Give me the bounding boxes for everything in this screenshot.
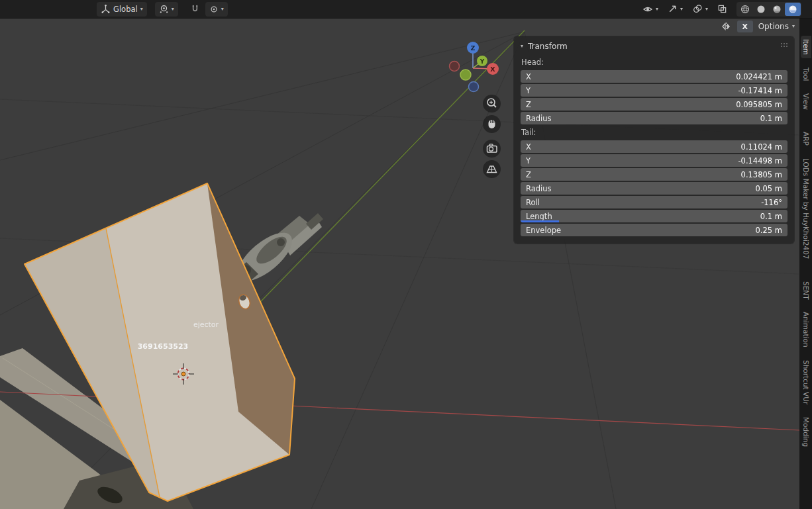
field-head-y[interactable]: Y -0.17414 m xyxy=(521,84,787,97)
chevron-down-icon: ▾ xyxy=(656,7,658,12)
tool-settings-row: X Options ▾ xyxy=(721,21,795,32)
field-value: 0.1 m xyxy=(760,212,782,221)
viewport-shading-group xyxy=(736,2,801,17)
field-tail-x[interactable]: X 0.11024 m xyxy=(521,140,787,153)
bone-id-label: 3691653523 xyxy=(138,342,189,351)
svg-text:Y: Y xyxy=(480,58,485,65)
field-value: 0.095805 m xyxy=(736,100,782,109)
panel-title: Transform xyxy=(528,42,568,51)
transform-orientation-dropdown[interactable]: Global ▾ xyxy=(97,2,147,17)
field-value: -0.14498 m xyxy=(738,156,782,165)
transform-panel: ▾ Transform Head: X 0.024421 m Y -0.1741… xyxy=(514,36,794,244)
field-roll[interactable]: Roll -116° xyxy=(521,196,787,208)
field-head-z[interactable]: Z 0.095805 m xyxy=(521,98,787,111)
xray-icon xyxy=(717,4,727,14)
tab-view[interactable]: View xyxy=(801,90,811,113)
toggle-xray-button[interactable] xyxy=(713,2,731,17)
gizmo-y-ball[interactable]: Y xyxy=(477,56,487,66)
field-value: -0.17414 m xyxy=(738,86,782,95)
sidebar-tab-strip: Item Tool View ARP LODs Maker by HuyKhoi… xyxy=(799,19,812,509)
field-label: X xyxy=(526,72,531,81)
zoom-button[interactable] xyxy=(483,95,501,113)
tab-shortcut-vur[interactable]: Shortcut VUr xyxy=(801,357,811,408)
field-label: X xyxy=(526,142,531,152)
gizmo-z-ball[interactable]: Z xyxy=(467,42,479,54)
pan-button[interactable] xyxy=(483,115,501,133)
shading-rendered-button[interactable] xyxy=(785,3,801,16)
chevron-down-icon: ▾ xyxy=(172,7,174,12)
shading-material-button[interactable] xyxy=(769,3,785,16)
field-tail-z[interactable]: Z 0.13805 m xyxy=(521,168,787,181)
head-section-heading: Head: xyxy=(514,56,794,70)
gizmo-neg-y-ball[interactable] xyxy=(460,69,471,80)
field-value: 0.13805 m xyxy=(741,170,782,179)
field-label: Roll xyxy=(526,198,540,207)
x-mirror-label: X xyxy=(742,23,747,31)
wireframe-sphere-icon xyxy=(740,4,750,15)
tab-sent[interactable]: SENT xyxy=(801,278,811,303)
snap-target-icon xyxy=(209,5,219,14)
field-head-radius[interactable]: Radius 0.1 m xyxy=(521,112,787,124)
field-envelope[interactable]: Envelope 0.25 m xyxy=(521,224,787,236)
chevron-down-icon: ▾ xyxy=(705,7,708,12)
material-sphere-icon xyxy=(772,4,782,15)
bone-name-label: ejector xyxy=(193,320,219,329)
grid-perspective-icon xyxy=(483,160,501,178)
field-tail-y[interactable]: Y -0.14498 m xyxy=(521,154,787,167)
magnifier-icon xyxy=(483,95,501,113)
gizmo-neg-x-ball[interactable] xyxy=(450,62,460,71)
mirror-icon[interactable] xyxy=(721,21,732,32)
svg-text:X: X xyxy=(490,66,495,73)
x-axis-mirror-toggle[interactable]: X xyxy=(737,21,753,32)
field-tail-radius[interactable]: Radius 0.05 m xyxy=(521,182,787,195)
field-value: 0.024421 m xyxy=(736,72,782,81)
navigation-gizmo[interactable]: Z Y X xyxy=(445,38,502,95)
tab-animation[interactable]: Animation xyxy=(801,308,811,351)
gizmo-arrow-icon xyxy=(668,4,678,14)
magnet-icon xyxy=(190,4,200,14)
orientation-label: Global xyxy=(113,5,138,14)
show-overlays-dropdown[interactable]: ▾ xyxy=(688,2,712,17)
chevron-down-icon: ▾ xyxy=(140,7,143,12)
gizmo-neg-z-ball[interactable] xyxy=(469,82,479,92)
field-length[interactable]: Length 0.1 m xyxy=(521,210,787,222)
shading-solid-button[interactable] xyxy=(753,3,769,16)
snap-toggle-button[interactable] xyxy=(186,2,204,17)
object-visibility-dropdown[interactable]: ▾ xyxy=(638,2,662,17)
field-value: -116° xyxy=(761,198,782,207)
header-right-cluster: ▾ ▾ ▾ xyxy=(638,2,812,17)
snap-target-dropdown[interactable]: ▾ xyxy=(205,2,228,17)
shading-wireframe-button[interactable] xyxy=(737,3,753,16)
perspective-toggle-button[interactable] xyxy=(483,160,501,178)
tab-arp[interactable]: ARP xyxy=(801,128,811,149)
camera-view-button[interactable] xyxy=(483,140,501,158)
viewport-header-bar: Global ▾ ▾ ▾ ▾ xyxy=(0,0,812,19)
options-dropdown[interactable]: Options ▾ xyxy=(758,22,795,31)
field-label: Envelope xyxy=(526,226,561,235)
options-label: Options xyxy=(758,22,789,31)
transform-panel-header[interactable]: ▾ Transform xyxy=(514,36,794,56)
show-gizmos-dropdown[interactable]: ▾ xyxy=(664,2,687,17)
gizmo-x-ball[interactable]: X xyxy=(487,63,499,75)
tail-section-heading: Tail: xyxy=(514,126,794,140)
field-head-x[interactable]: X 0.024421 m xyxy=(521,70,787,83)
field-label: Y xyxy=(526,156,531,165)
panel-collapse-icon[interactable]: ▾ xyxy=(521,44,523,49)
field-value: 0.25 m xyxy=(756,226,782,235)
field-value: 0.1 m xyxy=(760,114,782,123)
field-value: 0.11024 m xyxy=(741,142,782,152)
tab-modding[interactable]: Modding xyxy=(801,414,811,450)
chevron-down-icon: ▾ xyxy=(221,7,224,12)
tab-lods-maker[interactable]: LODs Maker by HuyKhoi2407 xyxy=(801,155,811,263)
field-label: Z xyxy=(526,170,531,179)
pivot-point-dropdown[interactable]: ▾ xyxy=(155,2,178,17)
camera-icon xyxy=(483,140,501,158)
panel-drag-handle-icon[interactable] xyxy=(781,43,789,47)
tab-tool[interactable]: Tool xyxy=(801,64,811,84)
hand-icon xyxy=(483,115,501,133)
orientation-icon xyxy=(101,4,111,14)
tab-item[interactable]: Item xyxy=(801,36,811,58)
rendered-sphere-icon xyxy=(787,4,798,15)
viewport-nav-buttons xyxy=(483,95,501,178)
svg-text:Z: Z xyxy=(471,44,476,52)
